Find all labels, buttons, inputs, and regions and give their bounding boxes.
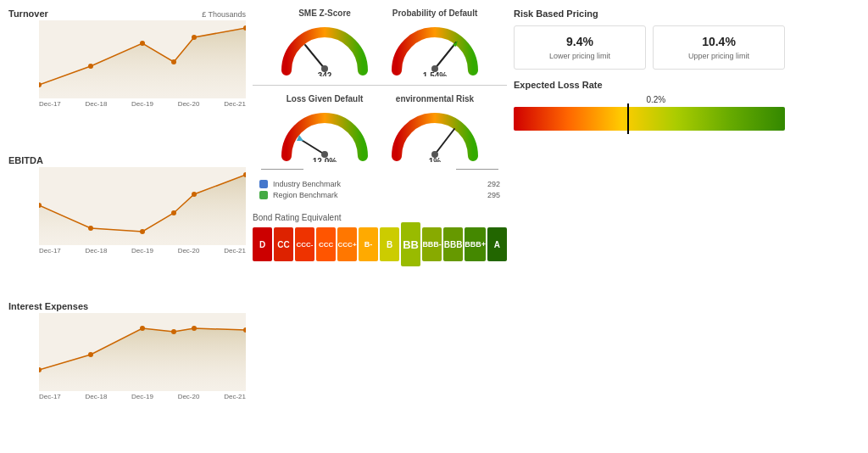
- env-risk-label: environmental Risk: [396, 94, 474, 103]
- bond-ratings-row: D CC CCC- CCC CCC+ B- B BB BBB- BBB BBB+…: [253, 227, 507, 266]
- svg-point-10: [140, 229, 145, 234]
- svg-point-4: [171, 59, 176, 64]
- bond-cell-cc: CC: [274, 227, 293, 261]
- industry-benchmark-dot: [259, 180, 268, 188]
- prob-default-block: Probability of Default: [384, 8, 486, 76]
- turnover-chart-area: [39, 20, 246, 98]
- svg-point-19: [192, 326, 197, 331]
- svg-text:12.0%: 12.0%: [313, 157, 337, 162]
- top-gauges-row: SME Z-Score: [253, 8, 507, 76]
- region-benchmark-value: 295: [487, 191, 500, 199]
- industry-benchmark-value: 292: [487, 180, 500, 188]
- turnover-x-labels: Dec-17 Dec-18 Dec-19 Dec-20 Dec-21: [39, 100, 246, 108]
- svg-line-32: [435, 129, 454, 154]
- ebitda-title: EBITDA: [8, 155, 43, 165]
- benchmark-row-region: Region Benchmark 295: [259, 191, 500, 199]
- sme-zscore-label: SME Z-Score: [298, 8, 351, 18]
- bond-rating-section: Bond Rating Equivalent D CC CCC- CCC CCC…: [253, 213, 507, 266]
- bond-cell-b-minus: B-: [359, 227, 378, 261]
- expected-loss-bar-container: 0.2%: [514, 95, 785, 137]
- bottom-gauges-row: Loss Given Default: [253, 94, 507, 162]
- bond-cell-a: A: [487, 227, 507, 261]
- turnover-subtitle: £ Thousands: [202, 10, 246, 19]
- ebitda-x-labels: Dec-17 Dec-18 Dec-19 Dec-20 Dec-21: [39, 247, 246, 254]
- svg-line-28: [300, 139, 325, 154]
- bond-cell-bb: BB: [401, 222, 420, 266]
- env-risk-block: environmental Risk: [384, 94, 486, 162]
- svg-point-16: [88, 352, 93, 357]
- interest-title: Interest Expenses: [8, 301, 88, 311]
- bond-rating-title: Bond Rating Equivalent: [253, 213, 507, 222]
- lower-pricing-value: 9.4%: [521, 35, 638, 48]
- svg-point-9: [88, 226, 93, 231]
- main-container: Turnover £ Thousands 18000 17000 16000 1…: [0, 0, 868, 453]
- left-column: Turnover £ Thousands 18000 17000 16000 1…: [8, 8, 246, 445]
- turnover-title: Turnover: [8, 8, 48, 19]
- bond-cell-d: D: [253, 227, 272, 261]
- svg-marker-0: [39, 28, 246, 97]
- sme-zscore-block: SME Z-Score: [274, 8, 376, 76]
- svg-marker-14: [39, 328, 246, 389]
- svg-line-24: [435, 42, 456, 69]
- svg-point-5: [192, 35, 197, 40]
- expected-loss-value: 0.2%: [646, 95, 665, 104]
- interest-chart-area: [39, 313, 246, 391]
- lgd-block: Loss Given Default: [274, 94, 376, 162]
- svg-point-2: [88, 64, 93, 69]
- bond-cell-ccc-minus: CCC-: [295, 227, 314, 261]
- expected-loss-section: Expected Loss Rate 0.2%: [514, 80, 785, 137]
- lgd-gauge: 12.0%: [278, 107, 371, 162]
- prob-default-label: Probability of Default: [392, 8, 478, 18]
- benchmark-section: Industry Benchmark 292 Region Benchmark …: [253, 176, 507, 203]
- interest-chart-wrapper: 750 700 650 600 550 500: [8, 313, 246, 445]
- expected-loss-marker: [627, 103, 629, 134]
- upper-pricing-value: 10.4%: [660, 35, 777, 48]
- turnover-chart-wrapper: 18000 17000 16000 15000 14000 13000: [8, 20, 246, 152]
- industry-benchmark-label: Industry Benchmark: [273, 180, 482, 188]
- lower-pricing-card: 9.4% Lower pricing limit: [514, 25, 646, 70]
- env-risk-gauge: 1%: [388, 107, 481, 162]
- bond-cell-bbb-minus: BBB-: [422, 227, 442, 261]
- ebitda-chart-area: [39, 167, 246, 245]
- ebitda-chart-wrapper: 5000 4000 3000 2000 1000: [8, 167, 246, 299]
- expected-loss-title: Expected Loss Rate: [514, 80, 785, 90]
- pricing-section: Risk Based Pricing 9.4% Lower pricing li…: [514, 8, 785, 70]
- bond-cell-ccc-plus: CCC+: [337, 227, 357, 261]
- turnover-chart-block: Turnover £ Thousands 18000 17000 16000 1…: [8, 8, 246, 152]
- prob-default-gauge: 1.54%: [388, 21, 481, 76]
- svg-point-17: [140, 326, 145, 331]
- region-benchmark-dot: [259, 191, 268, 199]
- right-column: Risk Based Pricing 9.4% Lower pricing li…: [514, 8, 785, 445]
- lower-pricing-label: Lower pricing limit: [521, 52, 638, 60]
- bond-cell-bbb: BBB: [443, 227, 463, 261]
- ebitda-chart-block: EBITDA 5000 4000 3000 2000 1000: [8, 155, 246, 299]
- interest-x-labels: Dec-17 Dec-18 Dec-19 Dec-20 Dec-21: [39, 393, 246, 400]
- benchmark-row-industry: Industry Benchmark 292: [259, 180, 500, 188]
- sme-zscore-gauge: 342: [278, 21, 371, 76]
- bond-cell-b: B: [380, 227, 399, 261]
- bond-cell-ccc: CCC: [316, 227, 336, 261]
- lgd-label: Loss Given Default: [287, 94, 364, 103]
- svg-line-21: [305, 45, 325, 69]
- svg-text:342: 342: [318, 71, 332, 76]
- bond-cell-bbb-plus: BBB+: [465, 227, 486, 261]
- pricing-cards: 9.4% Lower pricing limit 10.4% Upper pri…: [514, 25, 785, 70]
- svg-point-18: [171, 329, 176, 334]
- middle-divider-1: [253, 85, 507, 86]
- svg-text:1%: 1%: [429, 157, 442, 162]
- interest-chart-block: Interest Expenses 750 700 650 600 550 50…: [8, 301, 246, 445]
- pricing-title: Risk Based Pricing: [514, 8, 785, 19]
- region-benchmark-label: Region Benchmark: [273, 191, 482, 199]
- svg-text:1.54%: 1.54%: [423, 71, 447, 76]
- svg-point-12: [192, 192, 197, 197]
- svg-point-11: [171, 210, 176, 215]
- upper-pricing-card: 10.4% Upper pricing limit: [653, 25, 785, 70]
- expected-loss-bar: [514, 107, 785, 131]
- middle-column: SME Z-Score: [253, 8, 507, 445]
- svg-point-3: [140, 41, 145, 46]
- upper-pricing-label: Upper pricing limit: [660, 52, 777, 60]
